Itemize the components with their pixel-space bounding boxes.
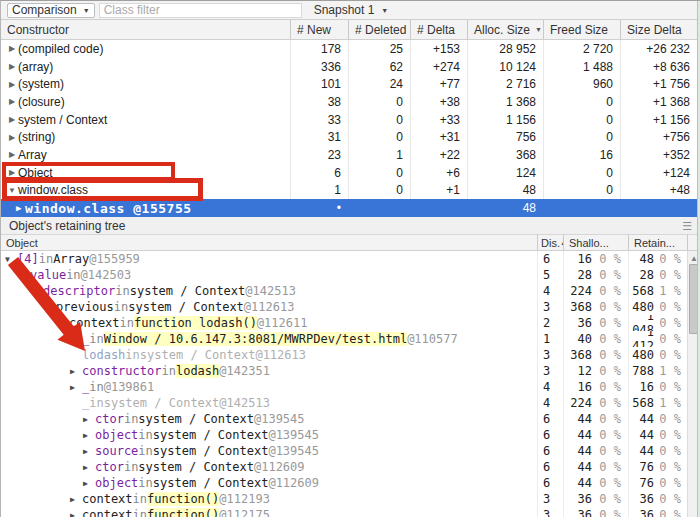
object-id: @142513 bbox=[219, 396, 270, 410]
constructor-row[interactable]: ▶(compiled code)17825+15328 9522 720+26 … bbox=[1, 40, 700, 58]
retained-size-value: 28 bbox=[629, 268, 654, 282]
shallow-size-cell: 440 % bbox=[564, 459, 629, 475]
column-header-shallow-size[interactable]: Shallo... bbox=[564, 235, 629, 250]
expander-icon[interactable]: ▶ bbox=[6, 115, 18, 124]
shallow-size-value: 44 bbox=[564, 412, 592, 426]
expander-icon[interactable]: ▶ bbox=[6, 44, 18, 53]
expander-icon[interactable]: ▶ bbox=[70, 511, 82, 517]
column-header-deleted[interactable]: # Deleted bbox=[349, 20, 411, 39]
value-cell-deleted: 24 bbox=[349, 75, 411, 93]
retainer-row[interactable]: ▶context in function() @1121933360 %360 … bbox=[1, 491, 700, 507]
shallow-size-cell: 440 % bbox=[564, 411, 629, 427]
hamburger-icon[interactable]: ☰ bbox=[682, 221, 692, 231]
retained-size-percent: 0 % bbox=[654, 316, 687, 330]
edge-name: source bbox=[95, 444, 138, 458]
retained-size-percent: 0 % bbox=[654, 268, 687, 282]
expander-icon[interactable]: ▶ bbox=[83, 415, 95, 424]
retainer-object-cell: ▶context in function() @112175 bbox=[1, 507, 538, 517]
shallow-size-value: 36 bbox=[564, 508, 592, 517]
retainer-row[interactable]: ▼[4] in Array @1559596160 %480 % bbox=[1, 251, 700, 267]
value-cell-freed bbox=[544, 199, 621, 217]
value-cell-freed: 2 720 bbox=[544, 40, 621, 58]
object-id: @155959 bbox=[89, 252, 140, 266]
expander-icon[interactable]: ▶ bbox=[70, 383, 82, 392]
retained-size-cell: 5681 % bbox=[629, 283, 688, 299]
shallow-size-cell: 440 % bbox=[564, 427, 629, 443]
retainer-row[interactable]: ▶_ in Window / 10.6.147.3:8081/MWRPDev/t… bbox=[1, 331, 700, 347]
constructor-row[interactable]: ▶(string)310+317560+756 bbox=[1, 128, 700, 146]
expander-icon[interactable]: ▶ bbox=[83, 463, 95, 472]
retainer-row[interactable]: ▶object in system / Context @1126096440 … bbox=[1, 475, 700, 491]
column-header-new[interactable]: # New bbox=[291, 20, 349, 39]
retainer-row[interactable]: ▶context in function() @1121753360 %360 … bbox=[1, 507, 700, 517]
retainer-object-cell: ▶source in system / Context @139545 bbox=[1, 443, 538, 459]
shallow-size-cell: 2240 % bbox=[564, 283, 629, 299]
retained-size-value: 568 bbox=[629, 396, 654, 410]
retainer-row[interactable]: ▶ctor in system / Context @1395456440 %4… bbox=[1, 411, 700, 427]
constructor-row[interactable]: ▶(array)33662+27410 1241 488+8 636 bbox=[1, 58, 700, 76]
retainer-row[interactable]: ▶_ in @1398614160 %160 % bbox=[1, 379, 700, 395]
retainer-row[interactable]: ▶object in system / Context @1395456440 … bbox=[1, 427, 700, 443]
distance-cell: 2 bbox=[538, 315, 564, 331]
column-header-object[interactable]: Object bbox=[1, 235, 538, 250]
expander-icon[interactable]: ▶ bbox=[6, 97, 18, 106]
expander-icon[interactable]: ▶ bbox=[6, 150, 18, 159]
expander-icon[interactable]: ▶ bbox=[70, 495, 82, 504]
object-id: @139545 bbox=[268, 428, 319, 442]
value-cell-freed: 1 488 bbox=[544, 58, 621, 76]
retainer-row[interactable]: ▼previous in system / Context @112613336… bbox=[1, 299, 700, 315]
constructor-row[interactable]: ▶window.class @155755•48 bbox=[1, 199, 700, 217]
retainer-row[interactable]: _ in system / Context @14251342240 %5681… bbox=[1, 395, 700, 411]
column-header-delta[interactable]: # Delta bbox=[411, 20, 468, 39]
edge-name: ctor bbox=[95, 460, 124, 474]
retainer-row[interactable]: ▶constructor in lodash @1423513120 %7881… bbox=[1, 363, 700, 379]
constructor-row[interactable]: ▶system / Context330+331 1560+1 156 bbox=[1, 111, 700, 129]
perspective-select[interactable]: Comparison ▼ bbox=[7, 3, 95, 18]
shallow-size-percent: 0 % bbox=[592, 396, 628, 410]
retainer-row[interactable]: ▼value in @1425035280 %280 % bbox=[1, 267, 700, 283]
object-name: system / Context bbox=[104, 396, 220, 410]
shallow-size-value: 40 bbox=[564, 332, 592, 346]
snapshot-select[interactable]: Snapshot 1 ▼ bbox=[310, 3, 393, 17]
in-keyword: in bbox=[138, 444, 152, 458]
value-cell-freed: 0 bbox=[544, 93, 621, 111]
retained-size-cell: 760 % bbox=[629, 475, 688, 491]
column-header-distance[interactable]: Dis.▲ bbox=[538, 235, 564, 250]
retainer-row[interactable]: ▼descriptor in system / Context @1425134… bbox=[1, 283, 700, 299]
object-id: @112613 bbox=[255, 348, 306, 362]
expander-icon[interactable]: ▶ bbox=[83, 479, 95, 488]
column-header-retained-size[interactable]: Retain... bbox=[629, 235, 688, 250]
retained-size-percent: 0 % bbox=[654, 380, 687, 394]
shallow-size-percent: 0 % bbox=[592, 380, 628, 394]
constructor-cell: ▶window.class @155755 bbox=[1, 199, 291, 217]
retainer-object-cell: ▶object in system / Context @139545 bbox=[1, 427, 538, 443]
expander-icon[interactable]: ▶ bbox=[70, 367, 82, 376]
retainer-row[interactable]: lodash in system / Context @11261333680 … bbox=[1, 347, 700, 363]
annotation-box-selected-row bbox=[2, 178, 203, 201]
in-keyword: in bbox=[138, 428, 152, 442]
expander-icon[interactable]: ▶ bbox=[83, 431, 95, 440]
constructor-name: (compiled code) bbox=[18, 42, 103, 56]
retainer-row[interactable]: ▼context in function lodash() @112611236… bbox=[1, 315, 700, 331]
class-filter-input[interactable] bbox=[99, 3, 302, 18]
expander-icon[interactable]: ▶ bbox=[83, 447, 95, 456]
column-header-alloc-size[interactable]: Alloc. Size ▼ bbox=[468, 20, 544, 39]
distance-cell: 5 bbox=[538, 267, 564, 283]
shallow-size-percent: 0 % bbox=[592, 444, 628, 458]
object-id: @112613 bbox=[244, 300, 295, 314]
retainer-row[interactable]: ▶ctor in system / Context @1126096440 %7… bbox=[1, 459, 700, 475]
column-header-constructor[interactable]: Constructor bbox=[1, 20, 291, 39]
expander-icon[interactable]: ▶ bbox=[6, 62, 18, 71]
object-name: system / Context bbox=[138, 412, 254, 426]
shallow-size-percent: 0 % bbox=[592, 460, 628, 474]
constructor-row[interactable]: ▶(closure)380+381 3680+1 368 bbox=[1, 93, 700, 111]
retained-size-value: 76 bbox=[629, 460, 654, 474]
column-header-freed-size[interactable]: Freed Size bbox=[544, 20, 621, 39]
constructor-cell: ▶(string) bbox=[1, 128, 291, 146]
expander-icon[interactable]: ▶ bbox=[13, 203, 25, 213]
constructor-row[interactable]: ▶(system)10124+772 716960+1 756 bbox=[1, 75, 700, 93]
expander-icon[interactable]: ▶ bbox=[6, 133, 18, 142]
expander-icon[interactable]: ▶ bbox=[6, 80, 18, 89]
retainer-row[interactable]: ▶source in system / Context @1395456440 … bbox=[1, 443, 700, 459]
column-header-size-delta[interactable]: Size Delta bbox=[621, 20, 698, 39]
